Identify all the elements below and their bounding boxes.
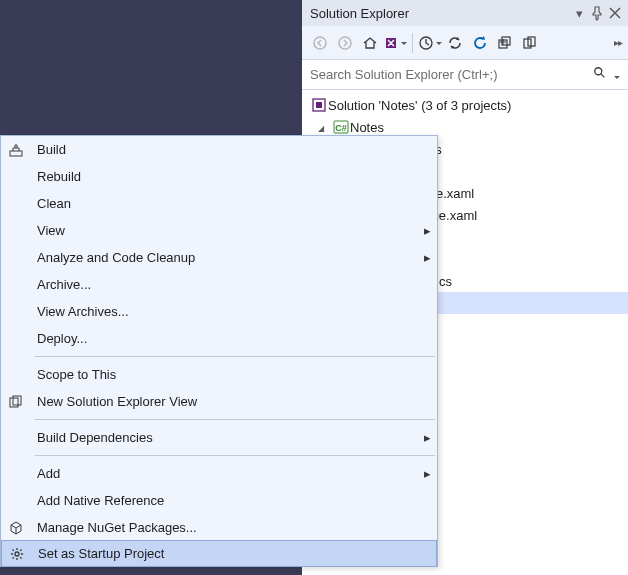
separator	[412, 33, 413, 53]
solution-label: Solution 'Notes' (3 of 3 projects)	[328, 98, 511, 113]
svg-rect-15	[13, 396, 21, 405]
menu-item-set-as-startup-project[interactable]: Set as Startup Project	[1, 540, 437, 567]
search-icon[interactable]	[593, 66, 620, 83]
back-icon[interactable]	[308, 31, 332, 55]
svg-point-16	[15, 552, 19, 556]
menu-item-deploy[interactable]: Deploy...	[1, 325, 437, 352]
menu-item-view-archives[interactable]: View Archives...	[1, 298, 437, 325]
submenu-arrow-icon: ▸	[417, 223, 437, 238]
svg-point-8	[595, 68, 602, 75]
menu-item-new-solution-explorer-view[interactable]: New Solution Explorer View	[1, 388, 437, 415]
csharp-icon: C#	[332, 119, 350, 135]
svg-rect-14	[10, 398, 18, 407]
svg-rect-10	[316, 102, 322, 108]
forward-icon[interactable]	[333, 31, 357, 55]
menu-item-label: Manage NuGet Packages...	[31, 520, 417, 535]
sync-icon[interactable]	[443, 31, 467, 55]
solution-node[interactable]: Solution 'Notes' (3 of 3 projects)	[302, 94, 628, 116]
menu-item-label: Build	[31, 142, 417, 157]
menu-item-manage-nuget-packages[interactable]: Manage NuGet Packages...	[1, 514, 437, 541]
submenu-arrow-icon: ▸	[417, 250, 437, 265]
gear-icon	[2, 546, 32, 562]
menu-item-label: Clean	[31, 196, 417, 211]
menu-item-add-native-reference[interactable]: Add Native Reference	[1, 487, 437, 514]
nuget-icon	[1, 520, 31, 536]
menu-separator	[35, 356, 435, 357]
collapse-all-icon[interactable]	[493, 31, 517, 55]
project-label: Notes	[350, 120, 384, 135]
submenu-arrow-icon: ▸	[417, 430, 437, 445]
pin-icon[interactable]	[588, 4, 606, 22]
menu-separator	[35, 419, 435, 420]
menu-item-label: Deploy...	[31, 331, 417, 346]
context-menu: BuildRebuildCleanView▸Analyze and Code C…	[0, 135, 438, 567]
menu-item-label: Scope to This	[31, 367, 417, 382]
new-view-icon	[1, 394, 31, 410]
menu-separator	[35, 455, 435, 456]
menu-item-analyze-and-code-cleanup[interactable]: Analyze and Code Cleanup▸	[1, 244, 437, 271]
menu-item-label: Build Dependencies	[31, 430, 417, 445]
menu-item-label: Analyze and Code Cleanup	[31, 250, 417, 265]
search-bar[interactable]: Search Solution Explorer (Ctrl+;)	[302, 60, 628, 90]
submenu-arrow-icon: ▸	[417, 466, 437, 481]
menu-item-archive[interactable]: Archive...	[1, 271, 437, 298]
menu-item-label: View	[31, 223, 417, 238]
toolbar: ▸▸	[302, 26, 628, 60]
menu-item-label: Set as Startup Project	[32, 546, 416, 561]
menu-item-label: Add	[31, 466, 417, 481]
build-icon	[1, 142, 31, 158]
solution-icon	[310, 97, 328, 113]
refresh-icon[interactable]	[468, 31, 492, 55]
close-icon[interactable]	[606, 4, 624, 22]
menu-item-build-dependencies[interactable]: Build Dependencies▸	[1, 424, 437, 451]
search-placeholder: Search Solution Explorer (Ctrl+;)	[310, 67, 593, 82]
menu-item-label: Archive...	[31, 277, 417, 292]
menu-item-clean[interactable]: Clean	[1, 190, 437, 217]
menu-item-add[interactable]: Add▸	[1, 460, 437, 487]
menu-item-label: View Archives...	[31, 304, 417, 319]
switch-view-icon[interactable]	[383, 31, 407, 55]
home-icon[interactable]	[358, 31, 382, 55]
menu-item-label: Add Native Reference	[31, 493, 417, 508]
expand-arrow-icon[interactable]	[318, 122, 332, 133]
panel-title-bar: Solution Explorer ▾	[302, 0, 628, 26]
menu-item-label: Rebuild	[31, 169, 417, 184]
svg-rect-13	[10, 151, 22, 156]
svg-text:C#: C#	[335, 123, 347, 133]
window-options-icon[interactable]: ▾	[570, 4, 588, 22]
menu-item-build[interactable]: Build	[1, 136, 437, 163]
pending-changes-icon[interactable]	[418, 31, 442, 55]
menu-item-label: New Solution Explorer View	[31, 394, 417, 409]
svg-point-0	[314, 37, 326, 49]
svg-point-1	[339, 37, 351, 49]
menu-item-view[interactable]: View▸	[1, 217, 437, 244]
overflow-icon[interactable]: ▸▸	[614, 37, 622, 48]
show-all-icon[interactable]	[518, 31, 542, 55]
menu-item-scope-to-this[interactable]: Scope to This	[1, 361, 437, 388]
panel-title: Solution Explorer	[306, 6, 570, 21]
menu-item-rebuild[interactable]: Rebuild	[1, 163, 437, 190]
